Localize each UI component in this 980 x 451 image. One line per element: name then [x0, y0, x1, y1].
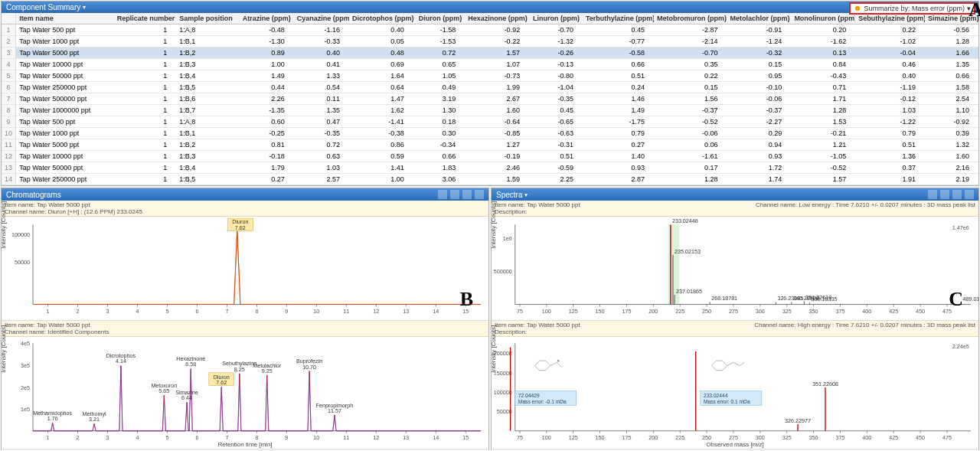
table-row[interactable]: 2Tap Water 1000 ppt11:B,1-1.30-0.330.05-… — [2, 36, 978, 47]
spectra-header[interactable]: Spectra ▾ — [492, 188, 978, 201]
svg-text:200: 200 — [648, 434, 658, 441]
svg-text:1.47e6: 1.47e6 — [952, 224, 969, 231]
tool-icon[interactable] — [952, 190, 962, 199]
svg-text:125: 125 — [569, 434, 578, 441]
column-header[interactable]: Sample position — [176, 13, 238, 25]
svg-text:75: 75 — [517, 308, 523, 315]
table-row[interactable]: 5Tap Water 50000 ppt11:B,41.491.331.641.… — [2, 70, 978, 82]
svg-text:489.01942: 489.01942 — [962, 296, 978, 302]
svg-text:6.44: 6.44 — [181, 394, 192, 401]
svg-text:1: 1 — [47, 308, 50, 315]
svg-text:325: 325 — [782, 434, 792, 441]
chromatograms-header[interactable]: Chromatograms — [2, 188, 488, 201]
svg-text:10: 10 — [313, 308, 319, 315]
svg-text:425: 425 — [889, 434, 898, 441]
column-header[interactable]: Dicrotophos (ppm) — [349, 13, 413, 25]
tool-icon[interactable] — [462, 190, 472, 199]
svg-text:11: 11 — [343, 434, 349, 441]
svg-text:6.58: 6.58 — [185, 361, 196, 368]
svg-line-209 — [557, 363, 561, 368]
svg-text:100000: 100000 — [11, 231, 30, 238]
column-header[interactable]: Linuron (ppm) — [529, 13, 583, 25]
close-icon[interactable] — [475, 190, 484, 199]
xic-chart: Item name: Tap Water 5000 ppt Channel na… — [2, 201, 488, 321]
svg-text:500000: 500000 — [494, 268, 512, 275]
svg-text:14: 14 — [433, 308, 439, 315]
svg-text:300: 300 — [756, 308, 765, 315]
svg-marker-207 — [534, 361, 550, 371]
table-row[interactable]: 6Tap Water 250000 ppt11:B,50.440.540.640… — [2, 82, 978, 93]
column-header[interactable]: Metolachlor (ppm) — [727, 13, 792, 25]
summarize-by-dropdown[interactable]: Summarize by: Mass error (ppm) ▾ — [849, 2, 975, 15]
svg-text:4: 4 — [136, 434, 139, 441]
close-icon[interactable] — [965, 190, 974, 199]
svg-text:1e5: 1e5 — [21, 407, 30, 413]
y-axis-label: Intensity [Counts] — [490, 325, 497, 373]
svg-text:3: 3 — [106, 308, 109, 315]
table-row[interactable]: 3Tap Water 5000 ppt11:B,20.890.400.480.7… — [2, 47, 978, 59]
meta-item-name: Item name: Tap Water 5000 ppt — [5, 201, 142, 208]
table-row[interactable]: 7Tap Water 500000 ppt11:B,62.260.111.473… — [2, 93, 978, 105]
svg-text:7: 7 — [225, 308, 228, 315]
gear-icon — [854, 5, 861, 12]
svg-text:150: 150 — [596, 434, 605, 441]
summary-table-scroll[interactable]: Item nameReplicate numberSample position… — [2, 13, 978, 185]
table-row[interactable]: 13Tap Water 50000 ppt11:B,41.791.031.411… — [2, 162, 978, 174]
table-row[interactable]: 8Tap Water 1000000 ppt11:B,7-1.351.351.6… — [2, 105, 978, 116]
svg-text:237.01865: 237.01865 — [676, 288, 702, 295]
svg-text:450: 450 — [916, 434, 925, 441]
svg-point-210 — [557, 360, 559, 361]
tool-icon[interactable] — [940, 190, 949, 199]
component-summary-header[interactable]: Component Summary ▾ — [2, 2, 978, 13]
svg-text:200: 200 — [648, 308, 658, 315]
table-row[interactable]: 9Tap Water 500 ppt11:A,80.600.47-1.410.1… — [2, 116, 978, 128]
chevron-down-icon: ▾ — [83, 4, 86, 11]
svg-text:Mass error: -0.1 mDa: Mass error: -0.1 mDa — [518, 400, 567, 405]
column-header[interactable]: Hexazinone (ppm) — [465, 13, 529, 25]
y-axis-label: Intensity [Counts] — [490, 201, 497, 248]
component-summary-panel: Component Summary ▾ Summarize by: Mass e… — [1, 1, 979, 186]
column-header[interactable]: Item name — [16, 13, 114, 25]
svg-text:8.25: 8.25 — [234, 366, 245, 373]
svg-text:50000: 50000 — [15, 259, 30, 266]
svg-text:150: 150 — [596, 308, 605, 315]
svg-text:100000: 100000 — [494, 389, 512, 396]
svg-text:3: 3 — [106, 434, 109, 441]
svg-text:225: 225 — [675, 434, 684, 441]
column-header[interactable]: Sebuthylazine (ppm) — [855, 13, 925, 25]
table-row[interactable]: 10Tap Water 1000 ppt11:B,1-0.25-0.35-0.3… — [2, 128, 978, 139]
svg-line-212 — [727, 363, 733, 366]
svg-text:6: 6 — [195, 308, 198, 315]
svg-text:175: 175 — [622, 434, 631, 441]
svg-text:11: 11 — [343, 308, 349, 315]
tool-icon[interactable] — [438, 190, 447, 199]
table-row[interactable]: 14Tap Water 250000 ppt11:B,50.272.571.00… — [2, 174, 978, 185]
tool-icon[interactable] — [928, 190, 937, 199]
table-row[interactable]: 11Tap Water 5000 ppt11:B,20.810.720.86-0… — [2, 139, 978, 151]
svg-marker-211 — [711, 361, 727, 371]
svg-line-208 — [550, 363, 557, 366]
column-header[interactable]: Terbuthylazine (ppm) — [583, 13, 654, 25]
chromatograms-panel: Chromatograms B Item name: Tap Water 500… — [1, 188, 489, 449]
meta-item-name: Item name: Tap Water 5000 ppt — [5, 322, 109, 328]
svg-text:351.22608: 351.22608 — [812, 381, 838, 387]
figure-label-a: A — [969, 0, 980, 21]
column-header[interactable]: Cyanazine (ppm) — [294, 13, 349, 25]
column-header[interactable]: Metobromuron (ppm) — [654, 13, 727, 25]
svg-text:268.18781: 268.18781 — [711, 295, 737, 302]
table-row[interactable]: 1Tap Water 500 ppt11:A,8-0.48-1.160.40-1… — [2, 25, 978, 36]
svg-text:Mass error: 0.1 mDa: Mass error: 0.1 mDa — [704, 400, 750, 405]
svg-text:4.14: 4.14 — [116, 358, 126, 365]
table-row[interactable]: 12Tap Water 10000 ppt11:B,3-0.180.630.59… — [2, 151, 978, 162]
column-header[interactable]: Monolinuron (ppm) — [791, 13, 855, 25]
table-row[interactable]: 4Tap Water 10000 ppt11:B,31.000.410.690.… — [2, 59, 978, 70]
svg-text:1.76: 1.76 — [47, 416, 58, 423]
column-header[interactable]: Replicate number — [114, 13, 176, 25]
svg-text:13: 13 — [403, 308, 409, 315]
svg-text:9.25: 9.25 — [262, 368, 273, 374]
column-header[interactable]: Diuron (ppm) — [413, 13, 466, 25]
table-row[interactable]: 15Tap Water 500000 ppt11:B,61.801.722.67… — [2, 185, 978, 186]
svg-text:233.02444: 233.02444 — [704, 393, 728, 398]
tool-icon[interactable] — [450, 190, 459, 199]
column-header[interactable]: Atrazine (ppm) — [239, 13, 294, 25]
